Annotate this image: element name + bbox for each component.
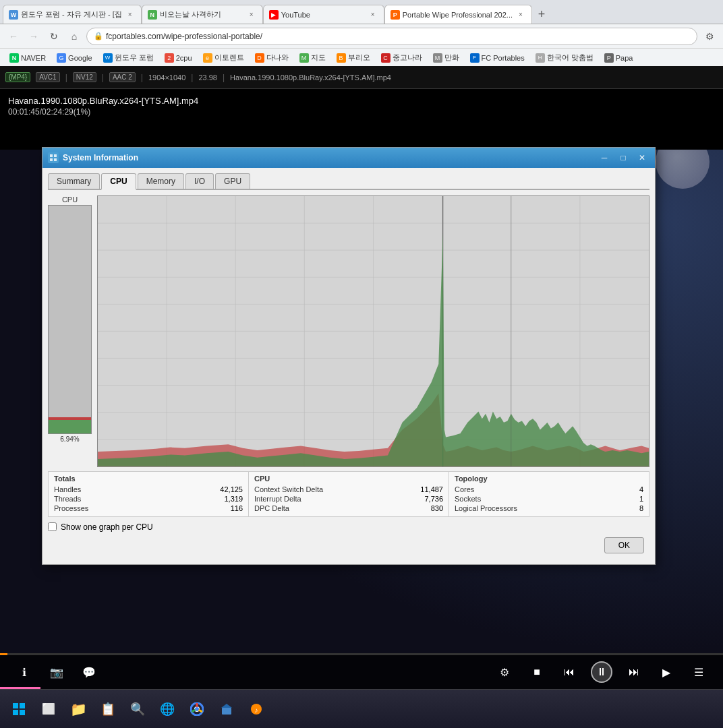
bookmark-papa[interactable]: P Papa [600,52,637,64]
ok-button[interactable]: OK [604,537,644,553]
tab-2-title: 비오는날 사격하기 [160,9,243,20]
tab-3-close[interactable]: × [368,9,378,20]
bookmark-manhwa-label: 만화 [444,53,459,63]
search-icon-taskbar[interactable]: 🔍 [124,696,151,723]
screenshot-button[interactable]: 📷 [46,661,67,683]
pause-button[interactable]: ⏸ [591,661,612,683]
address-bar: ← → ↻ ⌂ 🔒 fcportables.com/wipe-professio… [0,24,723,49]
threads-row: Threads 1,319 [54,495,243,503]
taskbar: ⬜ 📁 📋 🔍 🌐 ♪ [0,689,723,728]
bookmarks-bar: N NAVER G Google W 윈도우 포럼 2 2cpu e 이토렌트 … [0,49,723,67]
bookmark-jungnara[interactable]: C 중고나라 [377,51,426,64]
cpu-chart [98,196,649,466]
app-icon-8[interactable]: ♪ [243,696,270,723]
tab-bar: W 윈도우 포럼 - 자유 게시판 - [집 × N 비오는날 사격하기 × ▶… [0,0,723,24]
playlist-button[interactable]: ☰ [688,661,710,683]
bookmark-fcportables[interactable]: F FC Portables [466,52,529,64]
bookmark-etorrent[interactable]: e 이토렌트 [199,51,248,64]
video-percent: 1% [76,107,88,117]
chrome-icon[interactable] [183,696,210,723]
close-button[interactable]: ✕ [635,150,649,165]
app-icon-7[interactable] [213,696,240,723]
tab-cpu[interactable]: CPU [101,173,136,190]
bookmark-2cpu[interactable]: 2 2cpu [161,52,196,64]
cores-label: Cores [455,485,474,493]
home-button[interactable]: ⌂ [66,28,82,44]
explorer-icon[interactable]: 📁 [65,696,92,723]
tab-3-title: YouTube [281,11,365,19]
settings-button[interactable]: ⚙ [494,661,515,683]
tab-2-favicon: N [148,10,157,20]
refresh-button[interactable]: ↻ [46,28,62,44]
new-tab-button[interactable]: + [532,5,551,24]
tab-1-title: 윈도우 포럼 - 자유 게시판 - [집 [21,9,122,20]
edge-icon[interactable]: 🌐 [154,696,181,723]
tab-2-close[interactable]: × [246,9,257,20]
play-button[interactable]: ▶ [656,661,677,683]
forward-button[interactable]: → [26,28,42,44]
bookmark-manhwa[interactable]: M 만화 [429,51,463,64]
url-input[interactable]: 🔒 fcportables.com/wipe-professional-port… [86,28,697,45]
tab-4[interactable]: P Portable Wipe Professional 202... × [384,5,532,24]
bookmark-spellcheck[interactable]: H 한국어 맞춤법 [531,51,598,64]
info-button[interactable]: ℹ [13,661,35,683]
tab-4-close[interactable]: × [515,9,526,20]
dialog-titlebar: System Information ─ □ ✕ [42,148,655,168]
back-button[interactable]: ← [5,28,22,44]
bookmark-burio[interactable]: B 부리오 [332,51,374,64]
bookmark-danawa[interactable]: D 다나와 [251,51,293,64]
tab-gpu[interactable]: GPU [215,173,250,189]
mp4-badge: {MP4} [5,72,30,82]
lock-icon: 🔒 [94,32,103,40]
progress-bar[interactable] [0,653,723,655]
tab-3[interactable]: ▶ YouTube × [263,5,384,24]
video-time: 00:01:45/02:24:29(1%) [8,107,90,117]
sockets-value: 1 [639,495,643,503]
show-per-cpu-checkbox[interactable] [48,522,57,531]
maximize-button[interactable]: □ [616,150,631,165]
minimize-button[interactable]: ─ [597,150,612,165]
bookmark-etorrent-label: 이토렌트 [214,53,244,63]
mini-graph-box [48,205,92,434]
bookmark-naver[interactable]: N NAVER [5,52,50,64]
start-button[interactable] [5,696,32,723]
bookmark-windows-label: 윈도우 포럼 [115,53,154,63]
url-text: fcportables.com/wipe-professional-portab… [106,32,262,41]
tab-2[interactable]: N 비오는날 사격하기 × [142,5,263,24]
tab-memory[interactable]: Memory [138,173,184,189]
processes-value: 116 [231,504,243,512]
logical-proc-value: 8 [639,504,643,512]
taskmgr-icon[interactable]: 📋 [94,696,121,723]
prev-button[interactable]: ⏮ [558,661,580,683]
ctx-switch-row: Context Switch Delta 11,487 [254,485,443,493]
next-button[interactable]: ⏭ [623,661,645,683]
interrupt-row: Interrupt Delta 7,736 [254,495,443,503]
center-controls: ⚙ ■ ⏮ ⏸ ⏭ ▶ ☰ [494,661,710,683]
taskview-button[interactable]: ⬜ [35,696,62,723]
stop-button[interactable]: ■ [526,661,548,683]
tab-1-close[interactable]: × [125,9,136,20]
dialog-app-icon [48,152,59,163]
main-graph [97,195,649,467]
tab-1[interactable]: W 윈도우 포럼 - 자유 게시판 - [집 × [3,5,142,24]
total-time: 02:24:29 [42,107,74,117]
tab-summary[interactable]: Summary [48,173,100,189]
interrupt-label: Interrupt Delta [254,495,301,503]
svg-rect-27 [20,710,25,715]
cpu-stats-header: CPU [254,475,443,483]
svg-rect-2 [50,158,53,161]
cpu-panel: CPU 6.94% [48,195,649,467]
bookmark-google-label: Google [68,54,92,62]
handles-label: Handles [54,485,81,493]
topology-header: Topology [455,475,643,483]
bookmark-papa-label: Papa [616,54,633,62]
bookmark-windows[interactable]: W 윈도우 포럼 [99,51,158,64]
bookmark-map[interactable]: M 지도 [295,51,330,64]
bookmark-google[interactable]: G Google [53,52,96,64]
cpu-percentage: 6.94% [48,435,92,443]
extensions-button[interactable]: ⚙ [701,28,718,44]
tab-io[interactable]: I/O [185,173,214,189]
current-time: 00:01:45 [8,107,40,117]
chat-button[interactable]: 💬 [78,661,100,683]
show-per-cpu-label[interactable]: Show one graph per CPU [61,522,153,532]
